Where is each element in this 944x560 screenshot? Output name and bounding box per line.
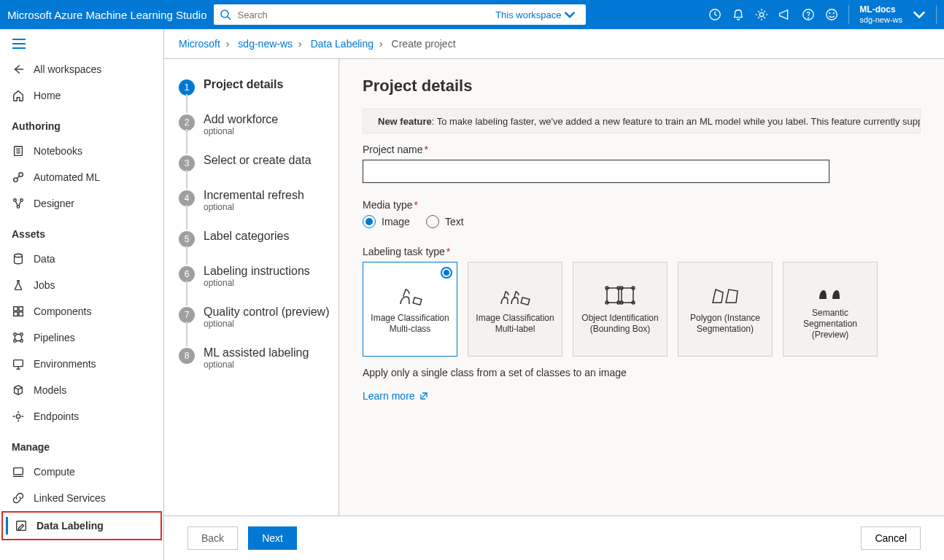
step-labeling-instructions[interactable]: 6 Labeling instructionsoptional: [179, 260, 331, 301]
link-icon: [12, 491, 25, 505]
svg-point-6: [827, 9, 837, 20]
svg-marker-53: [713, 289, 723, 303]
sidebar-item-compute[interactable]: Compute: [0, 459, 163, 485]
components-icon: [12, 305, 25, 318]
wizard-footer: Back Next Cancel: [164, 516, 944, 560]
multiclass-icon: [393, 284, 427, 307]
back-arrow-icon: [12, 63, 25, 76]
clock-icon[interactable]: [708, 8, 721, 21]
svg-point-22: [15, 254, 23, 257]
task-card-multiclass[interactable]: Image Classification Multi-class: [363, 262, 457, 357]
svg-line-1: [228, 17, 231, 20]
all-workspaces-link[interactable]: All workspaces: [0, 56, 163, 82]
back-button[interactable]: Back: [187, 526, 238, 550]
svg-rect-26: [19, 312, 23, 316]
svg-marker-54: [726, 289, 738, 303]
task-card-bounding-box[interactable]: Object Identification (Bounding Box): [573, 262, 668, 357]
account-switcher[interactable]: ML-docs sdg-new-ws: [859, 5, 902, 23]
project-name-label: Project name*: [363, 144, 921, 155]
wizard-panel: Project details New feature: To make lab…: [339, 59, 944, 516]
svg-point-20: [20, 199, 23, 202]
top-bar: Microsoft Azure Machine Learning Studio …: [0, 0, 944, 29]
sidebar-item-jobs[interactable]: Jobs: [0, 272, 163, 298]
multilabel-icon: [498, 284, 532, 307]
step-quality-control[interactable]: 7 Quality control (preview)optional: [179, 301, 331, 342]
svg-rect-31: [14, 360, 23, 367]
wizard-steps: 1 Project details 2 Add workforceoptiona…: [164, 59, 339, 516]
sidebar: All workspaces Home Authoring Notebooks …: [0, 29, 164, 560]
media-type-label: Media type*: [363, 199, 921, 211]
svg-point-19: [14, 199, 17, 202]
help-icon[interactable]: [802, 8, 815, 21]
learn-more-link[interactable]: Learn more: [363, 390, 921, 402]
svg-point-28: [20, 333, 23, 336]
svg-rect-41: [413, 298, 422, 305]
chevron-down-icon: [564, 9, 576, 20]
sidebar-item-components[interactable]: Components: [0, 298, 163, 324]
brand-title: Microsoft Azure Machine Learning Studio: [7, 9, 206, 21]
task-card-multilabel[interactable]: Image Classification Multi-label: [468, 262, 562, 357]
sidebar-item-environments[interactable]: Environments: [0, 351, 163, 377]
task-card-semantic[interactable]: Semantic Segmentation (Preview): [783, 262, 878, 357]
step-add-workforce[interactable]: 2 Add workforceoptional: [179, 109, 331, 149]
hamburger-button[interactable]: [0, 29, 163, 56]
sidebar-item-designer[interactable]: Designer: [0, 190, 163, 217]
svg-rect-24: [19, 307, 23, 311]
flask-icon: [12, 279, 25, 292]
search-scope-dropdown[interactable]: This workspace: [495, 9, 580, 20]
sidebar-item-pipelines[interactable]: Pipelines: [0, 324, 163, 351]
step-incremental-refresh[interactable]: 4 Incremental refreshoptional: [179, 184, 331, 225]
breadcrumb-microsoft[interactable]: Microsoft: [179, 38, 220, 50]
svg-rect-43: [607, 288, 619, 303]
sidebar-group-authoring: Authoring: [0, 109, 163, 138]
step-label-categories[interactable]: 5 Label categories: [179, 225, 331, 260]
sidebar-item-notebooks[interactable]: Notebooks: [0, 138, 163, 164]
project-name-input[interactable]: [363, 160, 829, 183]
smiley-icon[interactable]: [825, 8, 838, 21]
media-type-text-radio[interactable]: Text: [426, 215, 464, 228]
svg-point-34: [16, 414, 20, 418]
sidebar-item-automl[interactable]: Automated ML: [0, 164, 163, 190]
models-icon: [12, 384, 25, 397]
breadcrumb-workspace[interactable]: sdg-new-ws: [238, 38, 293, 50]
svg-point-7: [829, 13, 830, 14]
svg-rect-23: [14, 307, 18, 311]
step-select-data[interactable]: 3 Select or create data: [179, 149, 331, 184]
media-type-image-radio[interactable]: Image: [363, 215, 410, 228]
sidebar-item-data-labeling[interactable]: Data Labeling: [3, 513, 160, 539]
sidebar-item-linked-services[interactable]: Linked Services: [0, 485, 163, 511]
search-input[interactable]: [236, 9, 495, 21]
notebook-icon: [12, 144, 25, 158]
step-project-details[interactable]: 1 Project details: [179, 74, 331, 109]
sidebar-item-data[interactable]: Data: [0, 246, 163, 272]
automl-icon: [12, 171, 25, 184]
breadcrumb-data-labeling[interactable]: Data Labeling: [311, 38, 374, 50]
sidebar-item-models[interactable]: Models: [0, 377, 163, 403]
svg-point-30: [20, 340, 23, 343]
data-icon: [12, 252, 25, 265]
svg-rect-42: [521, 298, 530, 305]
search-box[interactable]: This workspace: [214, 4, 586, 25]
environments-icon: [12, 357, 25, 370]
bell-icon[interactable]: [732, 8, 745, 21]
endpoints-icon: [12, 410, 25, 423]
header-actions: ML-docs sdg-new-ws: [708, 5, 937, 24]
info-banner: New feature: To make labeling faster, we…: [363, 109, 921, 133]
svg-rect-48: [622, 288, 633, 303]
task-card-polygon[interactable]: Polygon (Instance Segmentation): [678, 262, 773, 357]
megaphone-icon[interactable]: [778, 8, 792, 21]
step-ml-assisted[interactable]: 8 ML assisted labelingoptional: [179, 342, 331, 383]
home-icon: [12, 89, 25, 102]
sidebar-group-manage: Manage: [0, 429, 163, 459]
sidebar-item-endpoints[interactable]: Endpoints: [0, 403, 163, 429]
bounding-box-icon: [603, 284, 637, 307]
breadcrumb-current: Create project: [392, 38, 456, 50]
compute-icon: [12, 465, 25, 478]
designer-icon: [12, 197, 25, 210]
cancel-button[interactable]: Cancel: [861, 526, 921, 550]
svg-rect-35: [14, 468, 23, 475]
sidebar-item-home[interactable]: Home: [0, 82, 163, 109]
next-button[interactable]: Next: [248, 526, 297, 550]
chevron-down-icon[interactable]: [913, 8, 926, 21]
gear-icon[interactable]: [755, 8, 768, 21]
